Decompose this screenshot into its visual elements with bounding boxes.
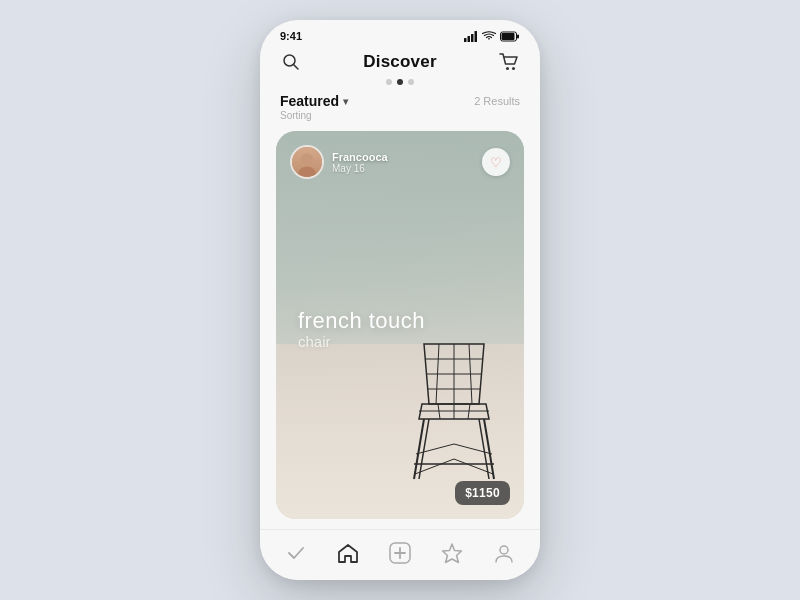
top-nav: Discover [260,47,540,73]
user-name: Francooca [332,151,388,163]
svg-rect-2 [471,34,474,42]
star-icon [441,542,463,564]
filter-left: Featured ▾ Sorting [280,93,348,121]
chair-svg [394,324,514,484]
svg-point-9 [506,67,509,70]
svg-line-8 [294,65,299,70]
wifi-icon [482,31,496,42]
tab-favorites[interactable] [431,540,473,566]
card-header: Francooca May 16 ♡ [290,145,510,179]
battery-icon [500,31,520,42]
profile-icon [493,542,515,564]
svg-rect-1 [468,36,471,42]
add-icon [389,542,411,564]
status-time: 9:41 [280,30,302,42]
tab-profile[interactable] [483,540,525,566]
cart-icon [499,53,519,71]
tab-done[interactable] [275,540,317,566]
status-bar: 9:41 [260,20,540,47]
user-date: May 16 [332,163,388,174]
dot-3 [408,79,414,85]
page-indicator [260,73,540,89]
sorting-label: Sorting [280,110,348,121]
bottom-nav [260,529,540,580]
status-icons [464,31,520,42]
svg-point-10 [512,67,515,70]
home-icon [337,542,359,564]
svg-point-36 [500,546,508,554]
page-title: Discover [363,52,436,72]
price-badge: $1150 [455,481,510,505]
chevron-down-icon: ▾ [343,96,348,107]
svg-line-29 [454,444,492,454]
svg-rect-3 [475,31,478,42]
avatar [290,145,324,179]
featured-label: Featured [280,93,339,109]
svg-point-12 [298,166,316,179]
featured-filter-button[interactable]: Featured ▾ [280,93,348,109]
cart-button[interactable] [498,51,520,73]
svg-marker-35 [443,544,462,563]
phone-shell: 9:41 [260,20,540,580]
checkmark-icon [285,542,307,564]
chair-container [394,324,514,484]
svg-line-24 [484,419,494,479]
heart-button[interactable]: ♡ [482,148,510,176]
svg-rect-6 [502,33,515,40]
user-text: Francooca May 16 [332,151,388,174]
tab-home[interactable] [327,540,369,566]
svg-line-25 [419,419,429,479]
dot-1 [386,79,392,85]
search-icon [282,53,300,71]
results-count: 2 Results [474,95,520,107]
search-button[interactable] [280,51,302,73]
svg-rect-5 [517,34,519,38]
user-info: Francooca May 16 [290,145,388,179]
product-card[interactable]: Francooca May 16 ♡ french touch chair [276,131,524,519]
svg-rect-0 [464,38,467,42]
svg-line-23 [414,419,424,479]
svg-point-11 [301,153,313,165]
avatar-face [292,147,322,177]
svg-line-26 [479,419,489,479]
filter-row: Featured ▾ Sorting 2 Results [260,89,540,123]
dot-2 [397,79,403,85]
avatar-svg [292,145,322,179]
card-container: Francooca May 16 ♡ french touch chair [260,123,540,529]
tab-add[interactable] [379,540,421,566]
svg-line-28 [416,444,454,454]
signal-icon [464,31,478,42]
